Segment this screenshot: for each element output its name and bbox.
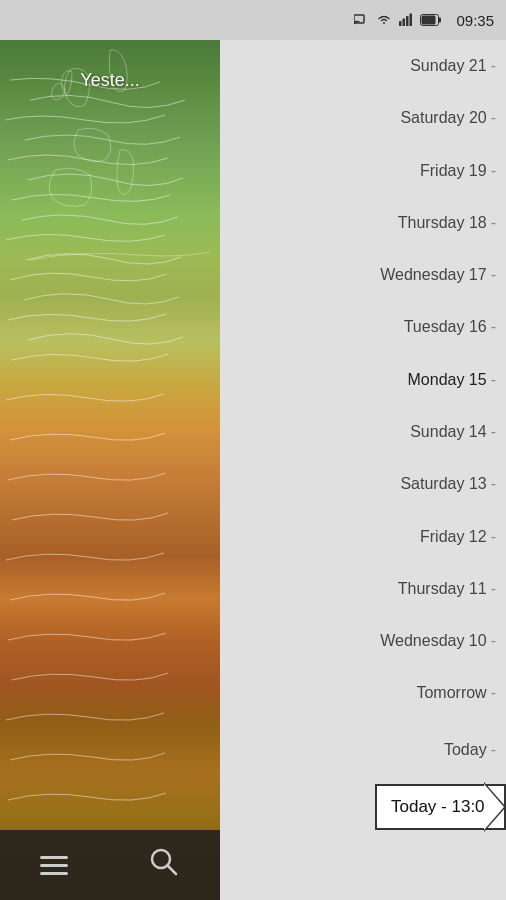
timeline-item-dash: - [491, 214, 496, 232]
timeline-item-dash: - [491, 57, 496, 75]
timeline-item-label: Today [444, 741, 487, 759]
yesterday-label: Yeste... [80, 70, 139, 91]
timeline-item-label: Tomorrow [416, 684, 486, 702]
timeline-item-dash: - [491, 266, 496, 284]
timeline-item-label: Wednesday 17 [380, 266, 486, 284]
timeline-item-thursday11[interactable]: Thursday 11 - [220, 563, 506, 615]
timeline-item-dash: - [491, 475, 496, 493]
timeline-item-wednesday17[interactable]: Wednesday 17 - [220, 249, 506, 301]
timeline-item-label: Thursday 18 [398, 214, 487, 232]
today-indicator-text: Today - 13:00 [377, 797, 494, 817]
timeline-item-label: Sunday 21 [410, 57, 487, 75]
timeline-item-label: Sunday 14 [410, 423, 487, 441]
timeline-item-dash: - [491, 162, 496, 180]
signal-icon [398, 13, 414, 27]
status-time: 09:35 [456, 12, 494, 29]
bottom-toolbar [0, 830, 220, 900]
timeline-item-tuesday16[interactable]: Tuesday 16 - [220, 301, 506, 353]
timeline-item-today[interactable]: Today - [220, 723, 506, 775]
timeline-item-label: Thursday 11 [398, 580, 487, 598]
timeline-item-dash: - [491, 580, 496, 598]
timeline-item-sunday14[interactable]: Sunday 14 - [220, 406, 506, 458]
status-icons: 09:35 [354, 12, 494, 29]
search-button[interactable] [148, 846, 180, 885]
timeline-item-label: Saturday 20 [400, 109, 486, 127]
timeline-item-saturday20[interactable]: Saturday 20 - [220, 92, 506, 144]
timeline-item-label: Tuesday 16 [404, 318, 487, 336]
map-panel: Yeste... [0, 40, 220, 900]
today-indicator-arrow [484, 784, 504, 830]
timeline-item-dash: - [491, 684, 496, 702]
wifi-icon [376, 13, 392, 27]
timeline-item-label: Wednesday 10 [380, 632, 486, 650]
timeline-item-label: Saturday 13 [400, 475, 486, 493]
timeline-item-tomorrow[interactable]: Tomorrow - [220, 667, 506, 719]
map-background [0, 40, 220, 900]
svg-rect-6 [410, 14, 413, 27]
cast-icon [354, 13, 370, 27]
svg-rect-3 [399, 21, 402, 26]
timeline-item-label: Friday 19 [420, 162, 487, 180]
timeline-item-monday15[interactable]: Monday 15 - [220, 354, 506, 406]
battery-icon [420, 14, 442, 27]
svg-line-11 [168, 865, 177, 874]
timeline-item-friday19[interactable]: Friday 19 - [220, 145, 506, 197]
timeline-item-dash: - [491, 528, 496, 546]
today-indicator[interactable]: Today - 13:00 [375, 784, 506, 830]
timeline-item-dash: - [491, 423, 496, 441]
timeline-item-wednesday10[interactable]: Wednesday 10 - [220, 615, 506, 667]
timeline-item-label: Friday 12 [420, 528, 487, 546]
timeline-panel: Sunday 21 - Saturday 20 - Friday 19 - Th… [220, 40, 506, 900]
timeline-item-friday12[interactable]: Friday 12 - [220, 510, 506, 562]
main-container: Yeste... Sunday 21 - [0, 40, 506, 900]
svg-rect-9 [422, 15, 436, 24]
timeline-list: Sunday 21 - Saturday 20 - Friday 19 - Th… [220, 40, 506, 900]
toolbar-spacer [220, 830, 506, 900]
timeline-item-saturday13[interactable]: Saturday 13 - [220, 458, 506, 510]
wind-overlay [0, 40, 220, 900]
status-bar: 09:35 [0, 0, 506, 40]
timeline-item-dash: - [491, 371, 496, 389]
timeline-item-dash: - [491, 632, 496, 650]
svg-rect-5 [406, 16, 409, 26]
timeline-item-dash: - [491, 109, 496, 127]
timeline-item-dash: - [491, 741, 496, 759]
menu-button[interactable] [40, 856, 68, 875]
timeline-item-label: Monday 15 [408, 371, 487, 389]
timeline-item-dash: - [491, 318, 496, 336]
timeline-item-thursday18[interactable]: Thursday 18 - [220, 197, 506, 249]
svg-rect-8 [439, 17, 442, 22]
svg-rect-4 [403, 19, 406, 27]
timeline-item-sunday21[interactable]: Sunday 21 - [220, 40, 506, 92]
